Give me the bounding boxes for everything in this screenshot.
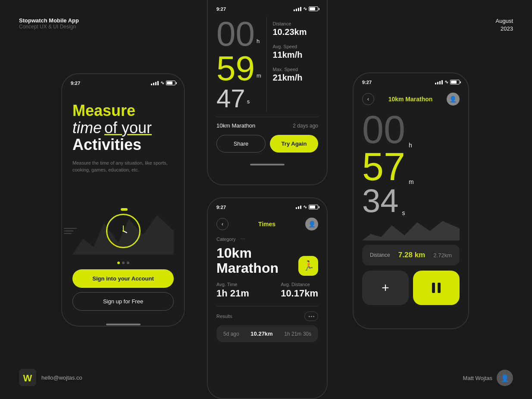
result-item: 5d ago 10.27km 1h 21m 30s xyxy=(216,325,318,342)
max-speed-stat: Max. Speed 21km/h xyxy=(273,67,319,83)
page-dots xyxy=(72,262,174,264)
headline-italic: time xyxy=(72,119,102,137)
session-name: 10km Marathon xyxy=(216,122,255,129)
svg-rect-5 xyxy=(438,283,441,293)
battery-icon-4 xyxy=(450,80,460,84)
pause-button[interactable] xyxy=(413,271,460,305)
battery-icon-2 xyxy=(309,6,318,11)
branding: Stopwatch Mobile App Concept UX & UI Des… xyxy=(19,17,79,30)
signal-icon-3 xyxy=(296,206,301,209)
phone-results: 9:27 ∿ 00 h xyxy=(207,0,328,185)
phone2-bottom: 10km Marathon 2 days ago Share Try Again xyxy=(208,122,327,159)
headline-of-your: of your xyxy=(104,119,152,137)
distance-value: 10.23km xyxy=(273,27,319,37)
seconds-unit: s xyxy=(247,98,250,105)
date-display: August 2023 xyxy=(496,17,513,33)
results-header: Results xyxy=(216,312,318,321)
author-name: Matt Wojtas xyxy=(463,375,492,381)
wojtas-logo: W xyxy=(19,369,36,386)
large-hours: 00 xyxy=(362,112,405,149)
avg-speed-stat: Avg. Speed 11km/h xyxy=(273,44,319,60)
action-buttons: Share Try Again xyxy=(216,135,318,153)
large-seconds-unit: s xyxy=(402,209,405,216)
footer-logo: W hello@wojtas.co xyxy=(19,369,82,386)
result-time-ago: 5d ago xyxy=(223,331,239,337)
large-hours-unit: h xyxy=(409,142,412,149)
svg-point-3 xyxy=(122,230,124,232)
control-buttons: + xyxy=(362,271,460,305)
result-distance: 10.27km xyxy=(250,330,272,337)
category-title: 10km Marathon xyxy=(216,246,279,276)
time-1: 9:27 xyxy=(71,81,80,86)
category-section: Category ⋯ 10km Marathon 🏃 xyxy=(216,237,318,276)
stopwatch-graphic xyxy=(72,207,174,255)
svg-text:W: W xyxy=(23,373,32,383)
clock-face xyxy=(115,222,132,240)
signup-button[interactable]: Sign up for Free xyxy=(72,292,174,311)
distance-label: Distance xyxy=(273,21,319,26)
stats-row-3: Avg. Time 1h 21m Avg. Distance 10.17km xyxy=(216,282,318,299)
more-button-results[interactable] xyxy=(304,312,318,321)
dot-3 xyxy=(127,262,129,264)
avg-time-label: Avg. Time xyxy=(216,282,249,287)
time-2: 9:27 xyxy=(216,6,226,12)
back-button-4[interactable]: ‹ xyxy=(362,93,374,105)
max-speed-label: Max. Speed xyxy=(273,67,319,72)
result-duration: 1h 21m 30s xyxy=(284,331,311,337)
avg-dist-value: 10.17km xyxy=(281,288,318,299)
dist-label: Distance xyxy=(370,252,390,258)
headline-activities: Activities xyxy=(72,136,174,153)
app-concept: Concept UX & UI Design xyxy=(19,24,79,30)
large-timer: 00 h 57 m 34 s xyxy=(362,112,460,216)
hours-unit: h xyxy=(257,38,260,44)
session-time: 2 days ago xyxy=(293,123,318,129)
nav-header-3: ‹ Times 👤 xyxy=(216,218,318,231)
add-lap-button[interactable]: + xyxy=(362,271,409,305)
email-address[interactable]: hello@wojtas.co xyxy=(41,374,82,381)
large-minutes: 57 xyxy=(362,149,405,186)
signal-icon xyxy=(151,81,159,85)
battery-icon-3 xyxy=(309,205,318,209)
avg-speed-value: 11km/h xyxy=(273,50,319,60)
results-section: Results 5d ago 10.27km 1h 21m 30s xyxy=(216,312,318,342)
share-button[interactable]: Share xyxy=(216,135,266,153)
user-avatar-4: 👤 xyxy=(447,93,460,106)
distance-bar: Distance 7.28 km 2.72km xyxy=(362,245,460,265)
footer-author: Matt Wojtas 👤 xyxy=(463,370,513,386)
avg-time-value: 1h 21m xyxy=(216,288,249,299)
home-indicator-2 xyxy=(250,164,285,165)
status-bar-3: 9:27 ∿ xyxy=(208,198,327,213)
stats-column: Distance 10.23km Avg. Speed 11km/h Max. … xyxy=(266,17,319,112)
run-icon-button[interactable]: 🏃 xyxy=(298,256,318,276)
large-minutes-unit: m xyxy=(409,178,414,185)
chart-svg xyxy=(362,219,460,240)
category-label: Category ⋯ xyxy=(216,237,279,242)
status-icons-2: ∿ xyxy=(294,6,318,12)
stopwatch-crown xyxy=(121,208,128,211)
mountain-chart xyxy=(362,219,460,240)
nav-title-4: 10km Marathon xyxy=(388,96,433,103)
wifi-icon-4: ∿ xyxy=(444,79,448,85)
phone4-main: ‹ 10km Marathon 👤 00 h 57 m 34 s xyxy=(354,88,468,324)
timer-column: 00 h 59 m 47 s xyxy=(216,17,262,112)
wifi-icon-2: ∿ xyxy=(303,6,307,12)
max-speed-value: 21km/h xyxy=(273,73,319,83)
wifi-icon-3: ∿ xyxy=(303,204,307,210)
status-bar-2: 9:27 ∿ xyxy=(208,0,327,15)
try-again-button[interactable]: Try Again xyxy=(270,135,318,153)
dot-2 xyxy=(122,262,125,264)
avg-dist-col: Avg. Distance 10.17km xyxy=(281,282,318,299)
user-avatar-3: 👤 xyxy=(305,218,318,231)
large-seconds: 34 xyxy=(362,185,399,216)
nav-header-4: ‹ 10km Marathon 👤 xyxy=(362,93,460,106)
minutes-unit: m xyxy=(257,72,261,79)
time-3: 9:27 xyxy=(216,205,226,210)
back-button-3[interactable]: ‹ xyxy=(216,218,228,230)
minutes-display: 59 xyxy=(216,51,255,86)
status-icons-3: ∿ xyxy=(296,204,318,210)
dot-1 xyxy=(117,262,120,264)
signin-button[interactable]: Sign into your Account xyxy=(72,269,174,288)
author-avatar: 👤 xyxy=(497,370,513,386)
home-indicator-4 xyxy=(394,329,428,329)
phone-category: 9:27 ∿ ‹ Times 👤 xyxy=(207,197,328,399)
